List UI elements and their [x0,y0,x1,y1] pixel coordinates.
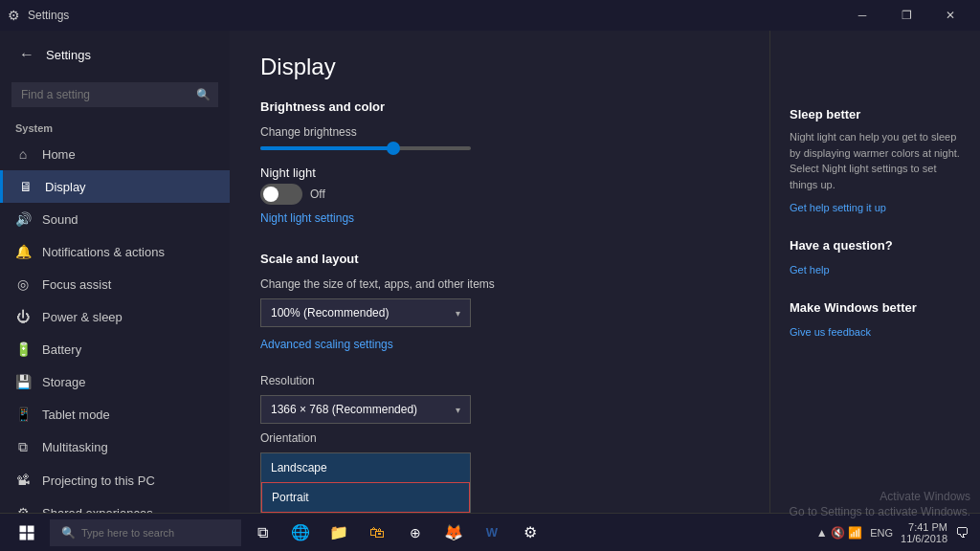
orientation-label: Orientation [260,431,739,445]
tip-feedback-link[interactable]: Give us feedback [790,326,871,338]
sidebar-item-power[interactable]: ⏻ Power & sleep [0,300,230,333]
sidebar-item-storage-label: Storage [42,375,86,389]
sidebar-item-storage[interactable]: 💾 Storage [0,365,230,398]
taskbar-date-display: 11/6/2018 [901,533,947,544]
sidebar-item-sound[interactable]: 🔊 Sound [0,203,230,235]
taskbar-system-icons: ▲ 🔇 📶 [816,526,863,540]
taskbar-firefox-icon[interactable]: 🦊 [436,516,471,550]
display-icon: 🖥 [18,179,33,194]
sidebar-section-label: System [0,115,230,138]
sidebar-item-projecting-label: Projecting to this PC [42,474,155,488]
tip-feedback-title: Make Windows better [790,300,961,315]
projecting-icon: 📽 [15,473,31,488]
sidebar-header: ← Settings [0,31,230,78]
restore-button[interactable]: ❐ [884,0,928,31]
minimize-button[interactable]: ─ [840,0,884,31]
taskbar-settings-icon[interactable]: ⚙ [513,516,547,550]
resolution-dropdown[interactable]: 1366 × 768 (Recommended) ▾ [260,395,471,424]
sidebar-item-display[interactable]: 🖥 Display [0,170,230,203]
sidebar: ← Settings 🔍 System ⌂ Home 🖥 Display 🔊 S… [0,31,230,513]
sidebar-item-sound-label: Sound [42,212,78,227]
scale-dropdown-arrow: ▾ [456,308,460,319]
tablet-icon: 📱 [15,407,31,422]
windows-icon [18,524,35,541]
night-light-label: Night light [260,165,316,180]
battery-icon: 🔋 [15,342,31,357]
taskbar-right: ▲ 🔇 📶 ENG 7:41 PM 11/6/2018 🗨 [816,521,976,544]
taskbar-chrome-icon[interactable]: ⊕ [398,516,433,550]
taskbar-store-icon[interactable]: 🛍 [360,516,394,550]
svg-rect-2 [20,533,27,540]
sidebar-item-focus[interactable]: ◎ Focus assist [0,268,230,300]
multitasking-icon: ⧉ [15,439,31,455]
activate-line2: Go to Settings to activate Windows. [790,505,970,518]
resolution-dropdown-arrow: ▾ [456,405,460,415]
app-body: ← Settings 🔍 System ⌂ Home 🖥 Display 🔊 S… [0,31,980,513]
slider-fill [260,146,397,150]
settings-icon: ⚙ [8,8,20,23]
search-icon: 🔍 [196,88,211,101]
tip-question-title: Have a question? [790,238,961,253]
search-input[interactable] [11,82,218,107]
sidebar-item-home[interactable]: ⌂ Home [0,138,230,170]
taskbar-time-display: 7:41 PM [901,521,947,533]
activate-line1: Activate Windows [790,490,970,503]
tip-sleep-link[interactable]: Get help setting it up [790,202,886,213]
sidebar-item-tablet[interactable]: 📱 Tablet mode [0,398,230,430]
titlebar: ⚙ Settings ─ ❐ ✕ [0,0,980,31]
brightness-slider[interactable] [260,146,739,150]
right-panel: Sleep better Night light can help you ge… [769,31,980,513]
taskbar-search-box[interactable]: 🔍 [50,519,241,546]
sidebar-item-tablet-label: Tablet mode [42,408,110,422]
titlebar-title: Settings [28,9,69,22]
svg-rect-0 [20,525,27,532]
resolution-selected-text: 1366 × 768 (Recommended) [271,403,417,416]
scale-selected-text: 100% (Recommended) [271,306,389,320]
tip-sleep-title: Sleep better [790,107,961,121]
slider-thumb [387,142,400,155]
start-button[interactable] [4,514,50,552]
sidebar-item-battery-label: Battery [42,342,81,357]
sidebar-item-multitasking-label: Multitasking [42,440,108,454]
taskbar-search-icon: 🔍 [61,526,76,540]
sound-icon: 🔊 [15,211,31,227]
taskbar-task-view[interactable]: ⧉ [245,516,279,550]
back-button[interactable]: ← [15,42,38,67]
taskbar-edge-icon[interactable]: 🌐 [283,516,318,550]
night-light-settings-link[interactable]: Night light settings [260,211,354,225]
taskbar-word-icon[interactable]: W [475,516,509,550]
sidebar-item-projecting[interactable]: 📽 Projecting to this PC [0,464,230,496]
night-light-toggle[interactable] [260,184,302,205]
brightness-label: Change brightness [260,125,739,139]
shared-icon: ⚙ [15,505,31,513]
taskbar-notification-icon[interactable]: 🗨 [955,525,969,540]
orientation-option-landscape[interactable]: Landscape [261,453,470,482]
advanced-scaling-link[interactable]: Advanced scaling settings [260,338,393,351]
orientation-dropdown-menu: Landscape Portrait Landscape (flipped) P… [260,452,471,513]
taskbar-search-input[interactable] [81,527,230,539]
tip-question-link[interactable]: Get help [790,264,830,276]
sidebar-item-multitasking[interactable]: ⧉ Multitasking [0,430,230,464]
page-title: Display [260,54,739,80]
main-panel: Display Brightness and color Change brig… [230,31,769,513]
svg-rect-3 [28,533,34,540]
scale-description: Change the size of text, apps, and other… [260,277,739,291]
tip-sleep-section: Sleep better Night light can help you ge… [790,107,961,215]
titlebar-left: ⚙ Settings [8,8,69,23]
notifications-icon: 🔔 [15,244,31,259]
sidebar-item-shared[interactable]: ⚙ Shared experiences [0,496,230,513]
sidebar-app-title: Settings [46,48,91,62]
scale-section-title: Scale and layout [260,252,739,266]
slider-track [260,146,471,150]
brightness-section-title: Brightness and color [260,99,739,114]
sidebar-item-battery[interactable]: 🔋 Battery [0,333,230,365]
close-button[interactable]: ✕ [928,0,972,31]
orientation-option-portrait[interactable]: Portrait [261,482,470,513]
taskbar-explorer-icon[interactable]: 📁 [322,516,356,550]
night-light-row: Night light [260,165,739,180]
taskbar-clock: 7:41 PM 11/6/2018 [901,521,947,544]
sidebar-item-home-label: Home [42,147,76,162]
tip-question-section: Have a question? Get help [790,238,961,277]
sidebar-item-notifications[interactable]: 🔔 Notifications & actions [0,235,230,268]
scale-dropdown[interactable]: 100% (Recommended) ▾ [260,298,471,327]
